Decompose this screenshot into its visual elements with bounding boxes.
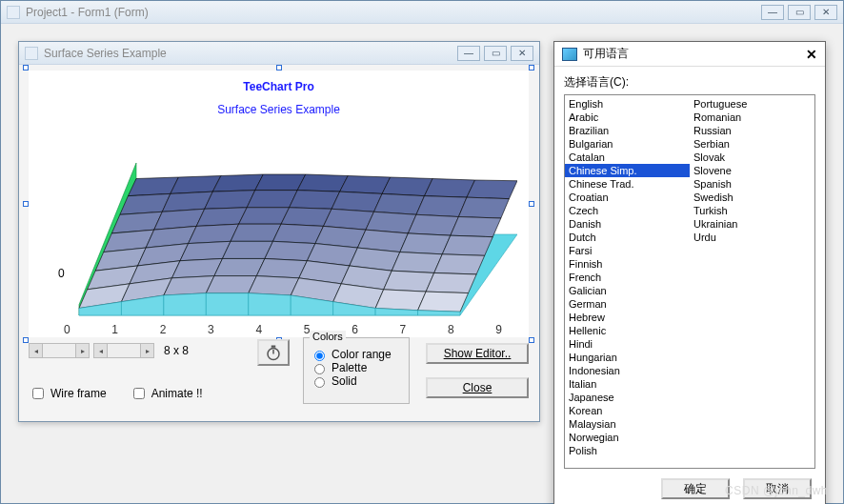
language-item[interactable]: Spanish xyxy=(690,177,814,191)
language-item[interactable]: Russian xyxy=(690,124,814,137)
colors-group: Colors Color range Palette Solid xyxy=(303,337,410,404)
language-item[interactable]: Korean xyxy=(565,404,690,417)
form-minimize-button[interactable]: — xyxy=(457,46,480,61)
language-item[interactable]: Farsi xyxy=(565,244,690,257)
maximize-button[interactable]: ▭ xyxy=(788,5,811,20)
x-tick: 6 xyxy=(352,323,358,336)
x-tick: 3 xyxy=(208,323,214,336)
surface-plot: 0 xyxy=(41,125,517,333)
language-item[interactable]: Ukrainian xyxy=(690,217,814,231)
svg-marker-59 xyxy=(206,276,256,293)
language-item[interactable]: Finnish xyxy=(565,257,690,271)
language-item[interactable]: Czech xyxy=(565,204,690,217)
language-item[interactable]: Hellenic xyxy=(565,324,690,337)
form-window-controls: — ▭ ✕ xyxy=(457,46,533,61)
language-item[interactable]: Italian xyxy=(565,377,690,391)
svg-marker-27 xyxy=(408,214,458,235)
main-window-title: Project1 - Form1 (Form) xyxy=(26,6,149,19)
language-item[interactable]: Chinese Simp. xyxy=(565,164,690,177)
language-listbox[interactable]: EnglishArabicBrazilianBulgarianCatalanCh… xyxy=(564,94,815,469)
solid-radio[interactable]: Solid xyxy=(310,374,403,388)
show-editor-button[interactable]: Show Editor.. xyxy=(426,343,529,364)
palette-radio[interactable]: Palette xyxy=(310,361,403,374)
language-item[interactable]: English xyxy=(565,97,690,111)
timer-button[interactable] xyxy=(257,339,290,366)
language-item[interactable]: Romanian xyxy=(690,111,814,124)
language-item[interactable]: Slovak xyxy=(690,151,814,164)
svg-marker-8 xyxy=(382,177,432,196)
svg-marker-42 xyxy=(265,241,315,260)
language-item[interactable]: Arabic xyxy=(565,111,690,124)
language-item[interactable]: Galician xyxy=(565,284,690,297)
form-close-button[interactable]: ✕ xyxy=(511,46,533,61)
language-item[interactable]: Bulgarian xyxy=(565,137,690,151)
language-item[interactable]: Malaysian xyxy=(565,417,690,431)
svg-marker-24 xyxy=(281,208,332,227)
watermark: CSDN @john_dwh xyxy=(725,484,828,497)
language-item[interactable]: Serbian xyxy=(690,137,814,151)
wireframe-checkbox[interactable]: Wire frame xyxy=(29,385,107,402)
close-form-button[interactable]: Close xyxy=(426,377,529,398)
chart-title-line1: TeeChart Pro xyxy=(30,75,528,98)
animate-checkbox[interactable]: Animate !! xyxy=(130,385,203,402)
language-item[interactable]: Hindi xyxy=(565,337,690,351)
svg-marker-23 xyxy=(239,208,290,224)
language-item[interactable]: Japanese xyxy=(565,391,690,404)
color-range-radio[interactable]: Color range xyxy=(310,348,403,361)
svg-marker-5 xyxy=(255,174,306,191)
language-icon xyxy=(562,48,577,61)
grid-size-row: ◂▸ ◂▸ 8 x 8 xyxy=(29,343,189,358)
language-item[interactable]: Norwegian xyxy=(565,431,690,444)
language-item[interactable]: Polish xyxy=(565,444,690,457)
language-item[interactable]: Danish xyxy=(565,217,690,231)
grid-x-scroll[interactable]: ◂▸ xyxy=(29,343,90,358)
language-dialog: 可用语言 ✕ 选择语言(C): EnglishArabicBrazilianBu… xyxy=(553,41,826,504)
language-item[interactable]: Urdu xyxy=(690,231,814,244)
main-window-controls: — ▭ ✕ xyxy=(761,5,837,20)
svg-marker-14 xyxy=(247,191,297,208)
svg-marker-37 xyxy=(442,235,492,255)
language-item[interactable]: Dutch xyxy=(565,231,690,244)
svg-marker-28 xyxy=(451,217,501,237)
svg-marker-50 xyxy=(214,258,265,275)
form-window-title: Surface Series Example xyxy=(44,47,167,60)
svg-marker-69 xyxy=(249,293,291,315)
language-item[interactable]: Portuguese xyxy=(690,97,814,111)
language-item[interactable]: Chinese Trad. xyxy=(565,177,690,191)
language-item[interactable]: Slovene xyxy=(690,164,814,177)
language-item[interactable]: Indonesian xyxy=(565,364,690,377)
main-title-bar: Project1 - Form1 (Form) — ▭ ✕ xyxy=(1,1,843,24)
minimize-button[interactable]: — xyxy=(761,5,784,20)
svg-marker-18 xyxy=(416,196,467,217)
svg-marker-33 xyxy=(272,224,323,243)
language-item[interactable]: French xyxy=(565,271,690,284)
chart-control[interactable]: TeeChart Pro Surface Series Example 0 01… xyxy=(29,71,529,337)
language-item[interactable]: Hungarian xyxy=(565,351,690,364)
svg-marker-68 xyxy=(206,293,248,315)
chart-title: TeeChart Pro Surface Series Example xyxy=(30,75,528,121)
close-button[interactable]: ✕ xyxy=(814,5,837,20)
svg-marker-16 xyxy=(332,192,382,212)
language-item[interactable]: Swedish xyxy=(690,191,814,204)
x-tick: 9 xyxy=(495,323,502,336)
svg-marker-10 xyxy=(467,180,517,199)
svg-marker-15 xyxy=(290,191,340,210)
grid-y-scroll[interactable]: ◂▸ xyxy=(93,343,154,358)
language-item[interactable]: German xyxy=(565,297,690,311)
form-maximize-button[interactable]: ▭ xyxy=(484,46,507,61)
colors-group-legend: Colors xyxy=(310,331,346,342)
controls-panel: ◂▸ ◂▸ 8 x 8 Wire frame Animate !! Colors… xyxy=(29,343,529,412)
svg-marker-54 xyxy=(384,271,434,292)
language-item[interactable]: Catalan xyxy=(565,151,690,164)
x-tick: 7 xyxy=(400,323,407,336)
svg-text:0: 0 xyxy=(58,267,65,280)
language-item[interactable]: Croatian xyxy=(565,191,690,204)
svg-marker-32 xyxy=(231,224,281,241)
language-item[interactable]: Turkish xyxy=(690,204,814,217)
language-item[interactable]: Brazilian xyxy=(565,124,690,137)
language-item[interactable]: Hebrew xyxy=(565,311,690,324)
language-dialog-titlebar: 可用语言 ✕ xyxy=(554,42,825,67)
ok-button[interactable]: 确定 xyxy=(661,478,730,499)
language-dialog-close-icon[interactable]: ✕ xyxy=(806,47,817,62)
stopwatch-icon xyxy=(265,344,282,361)
